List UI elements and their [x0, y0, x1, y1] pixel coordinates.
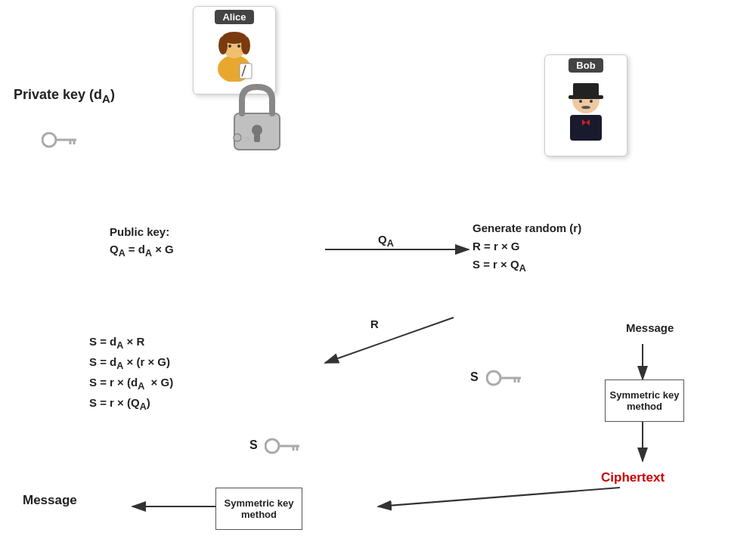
alice-math-block: S = dA × R S = dA × (r × G) S = r × (dA …: [89, 333, 173, 414]
message-label-alice: Message: [23, 493, 77, 508]
alice-icon: [200, 27, 269, 88]
r-arrow-label: R: [370, 318, 379, 330]
sym-key-label-bob: Symmetric keymethod: [610, 389, 680, 412]
svg-rect-20: [573, 83, 599, 97]
key-icon-alice: [42, 129, 79, 154]
svg-rect-21: [569, 95, 603, 99]
svg-point-24: [581, 106, 590, 109]
private-key-label: Private key (dA): [14, 87, 115, 105]
diagram: Alice Bob: [0, 0, 756, 539]
svg-point-12: [228, 45, 231, 48]
svg-point-40: [265, 439, 279, 453]
message-label-bob: Message: [626, 321, 674, 334]
bob-icon: [551, 76, 621, 150]
svg-point-22: [579, 100, 582, 103]
key-icon-alice-bottom: [265, 435, 302, 460]
generate-random-block: Generate random (r) R = r × G S = r × QA: [472, 219, 581, 276]
svg-rect-27: [254, 133, 260, 142]
s-label-bob: S: [470, 370, 479, 384]
svg-point-28: [234, 134, 241, 141]
arrows-svg: [0, 0, 756, 539]
ciphertext-label: Ciphertext: [601, 470, 665, 485]
svg-point-32: [42, 133, 56, 147]
key-icon-bob: [486, 367, 524, 392]
sym-key-box-alice: Symmetric keymethod: [215, 488, 302, 530]
svg-point-10: [218, 36, 228, 54]
svg-point-11: [241, 36, 250, 54]
svg-line-2: [325, 318, 454, 363]
sym-key-label-alice: Symmetric keymethod: [225, 497, 294, 520]
public-key-block: Public key: QA = dA × G: [110, 223, 174, 262]
s-label-alice: S: [249, 438, 258, 452]
svg-point-36: [487, 371, 500, 385]
alice-card: Alice: [193, 6, 276, 94]
sym-key-box-bob: Symmetric keymethod: [605, 379, 684, 422]
svg-rect-16: [570, 115, 602, 141]
lock-icon: [227, 83, 287, 154]
bob-label: Bob: [569, 58, 603, 73]
alice-label: Alice: [215, 10, 253, 24]
qa-arrow-label: QA: [378, 233, 394, 249]
bob-card: Bob: [544, 54, 627, 156]
svg-point-13: [237, 45, 240, 48]
svg-point-23: [590, 100, 593, 103]
svg-line-5: [378, 488, 620, 506]
